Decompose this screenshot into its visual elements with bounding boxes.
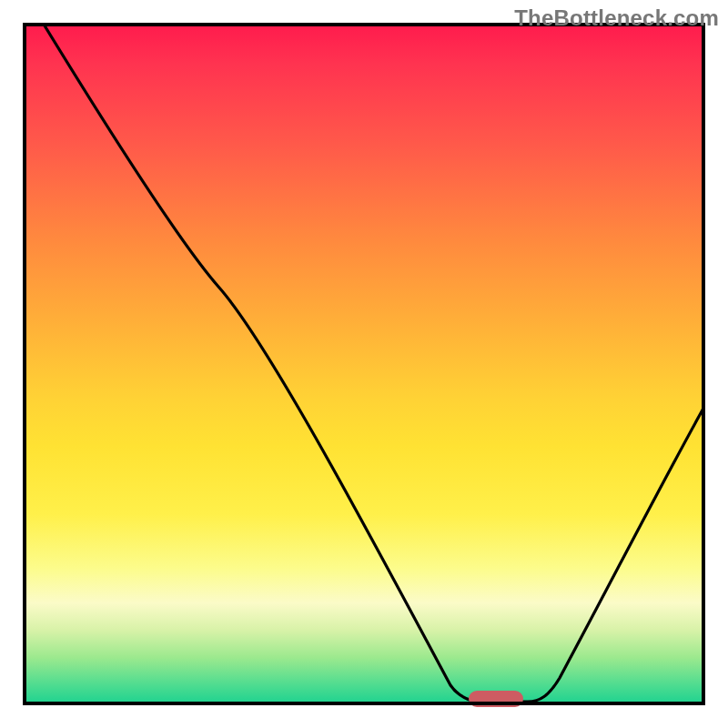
optimal-marker [469,691,523,707]
plot-gradient-background [23,23,705,705]
watermark-text: TheBottleneck.com [514,5,719,31]
chart-container: TheBottleneck.com [0,0,728,728]
